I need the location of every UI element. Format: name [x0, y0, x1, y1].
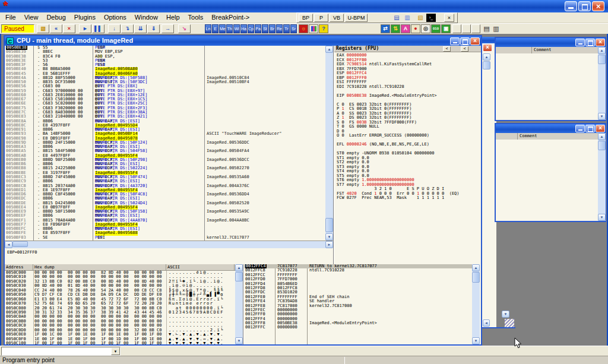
disasm-row[interactable]: 0050BF03.5EPOP ESIkernel32.7C817077	[5, 236, 325, 240]
background-window-close-button[interactable]	[483, 44, 492, 52]
menu-item-file[interactable]: File	[1, 12, 20, 23]
scroll-down-icon[interactable]	[598, 113, 606, 120]
scroll-down-icon[interactable]	[235, 337, 243, 344]
comment-window-top-titlebar[interactable]	[496, 38, 605, 47]
scroll-up-icon[interactable]	[235, 264, 243, 271]
scroll-down-icon[interactable]	[325, 233, 333, 240]
close-icon[interactable]	[596, 39, 605, 46]
record-button[interactable]: ●	[411, 24, 420, 33]
stack-row[interactable]: 0012FFFC00000000	[244, 325, 472, 330]
background-scroll-up[interactable]	[483, 53, 490, 61]
disasm-row[interactable]: 0050BEE9.8B0D 58F15000MOV ECX,DWORD PTR …	[5, 210, 325, 214]
notes-icon[interactable]: ▥	[403, 14, 412, 22]
register-line[interactable]: EIP 0050BE38 ImageRed.<ModuleEntryPoint>	[337, 94, 481, 99]
cpu-minimize-button[interactable]	[450, 37, 460, 45]
updown-button[interactable]: ⇅	[391, 24, 400, 33]
pane-button-cp[interactable]: Cp	[248, 24, 254, 33]
collapse-button[interactable]: <	[461, 46, 468, 52]
layout-list-icon[interactable]: ▤	[482, 25, 491, 33]
column-header-comment[interactable]: Comment	[518, 133, 598, 140]
pane-button-sr[interactable]: Sr	[290, 24, 297, 33]
scroll-thumb[interactable]	[235, 272, 243, 281]
open-file-button[interactable]: ▧	[37, 24, 49, 33]
layout-split-icon[interactable]: ▥	[492, 25, 501, 33]
pane-button-ln[interactable]: Ln	[205, 24, 211, 33]
disasm-row[interactable]: 0050BE3B.83C4 F0ADD ESP,-10	[5, 55, 325, 59]
registers-pane[interactable]: Registers (FPU) < < EAX 00000000ECX 0012…	[334, 46, 481, 264]
step-over-button[interactable]: ↴	[121, 24, 134, 33]
scroll-thumb[interactable]	[12, 241, 28, 247]
plugin-button-ubpm[interactable]: U-BPM	[345, 14, 368, 22]
plugin-button-p[interactable]: P	[314, 14, 328, 22]
pane-button-st[interactable]: St	[262, 24, 268, 33]
menu-item-options[interactable]: Options	[100, 12, 131, 23]
appearance-button[interactable]	[309, 24, 318, 33]
scroll-down-icon[interactable]	[598, 214, 606, 221]
plugin-button-bp[interactable]: BP	[299, 14, 313, 22]
disasm-row[interactable]: 0050BE8C.E8 4397F8FFCALL ImageRed.004955…	[5, 124, 325, 128]
step-into-button[interactable]: ↓	[108, 24, 121, 33]
console-icon[interactable]: ›_	[426, 14, 436, 22]
animate-into-button[interactable]: ⇊	[134, 24, 147, 33]
scroll-thumb[interactable]	[472, 272, 480, 283]
background-scroll-down[interactable]	[502, 311, 509, 318]
menu-item-window[interactable]: Window	[131, 12, 162, 23]
exec-till-return-button[interactable]: →	[162, 24, 174, 33]
scroll-up-icon[interactable]	[598, 47, 606, 54]
menu-item-debug[interactable]: Debug	[42, 12, 69, 23]
dump-vscrollbar[interactable]	[235, 264, 243, 344]
column-header-comment[interactable]: Comment	[532, 47, 598, 53]
restore-button[interactable]	[578, 1, 591, 11]
disasm-row[interactable]: 0050BED6.8B0D C8F45000MOV ECX,DWORD PTR …	[5, 192, 325, 197]
close-icon[interactable]	[596, 125, 605, 132]
scrollbar[interactable]	[598, 47, 606, 120]
info-pane[interactable]: EBP=0012FFF0	[5, 240, 333, 264]
command-combobox[interactable]	[1, 347, 121, 356]
disasm-row[interactable]: 0050BEFE.E8 8597F8FFCALL ImageRed.004956…	[5, 231, 325, 235]
pane-button-ha[interactable]: Ha	[240, 24, 247, 33]
pane-button-tr[interactable]: Tr	[283, 24, 290, 33]
scroll-right-icon[interactable]	[325, 241, 333, 248]
plugin-button-vb[interactable]: VB	[330, 14, 344, 22]
plugin-toolbar-close-button[interactable]: ×	[444, 14, 454, 22]
resize-grip[interactable]	[505, 319, 514, 327]
swap-button[interactable]: ⇄	[381, 24, 390, 33]
scroll-thumb[interactable]	[598, 141, 606, 150]
options-button[interactable]: ☼	[299, 24, 308, 33]
column-header[interactable]	[496, 47, 532, 53]
binary-button[interactable]: 010	[431, 24, 441, 33]
scroll-down-icon[interactable]	[472, 337, 480, 344]
menu-item-view[interactable]: View	[20, 12, 43, 23]
maximize-icon[interactable]	[585, 125, 595, 132]
spiral-button[interactable]: ◎	[421, 24, 430, 33]
close-program-button[interactable]: ×	[63, 24, 75, 33]
register-line[interactable]: FCW 027F Prec NEAR,53 Mask 1 1 1 1 1 1	[337, 196, 481, 201]
minimize-icon[interactable]	[575, 125, 585, 132]
disassembly-pane[interactable]: 0050BE38$55PUSH EBP0050BE39.8BECMOV EBP,…	[5, 46, 325, 240]
minimize-button[interactable]	[565, 1, 577, 11]
scroll-thumb[interactable]	[598, 55, 606, 64]
comment-window-middle-titlebar[interactable]	[496, 124, 605, 133]
cpu-maximize-button[interactable]	[460, 37, 470, 45]
collapse-button[interactable]: <	[443, 46, 451, 52]
disasm-row[interactable]: 0050BE3E.53PUSH EBX	[5, 59, 325, 63]
scroll-thumb[interactable]	[325, 218, 333, 232]
disasm-row[interactable]: 0050BEB0.8B0D 98F25000MOV ECX,DWORD PTR …	[5, 158, 325, 162]
pane-button-me[interactable]: Me	[219, 24, 226, 33]
column-header[interactable]	[496, 133, 518, 140]
animate-over-button[interactable]: ⇓	[147, 24, 160, 33]
goto-button[interactable]: ↘	[178, 24, 191, 33]
stack-pane[interactable]: 0012FFC47C817077RETURN to kernel32.7C817…	[244, 264, 472, 344]
hex-dump-pane[interactable]: AddressHex dumpASCII 0050C00000 00 00 00…	[5, 264, 235, 344]
dump-row[interactable]: 0050C1001F 00 1F 001F 00 1F 001F 00 1F 0…	[5, 341, 235, 344]
window-button[interactable]: ▣	[441, 24, 451, 33]
register-line[interactable]: EFL 00000246 (NO,NB,E,BE,NS,PE,GE,LE)	[337, 143, 481, 147]
pane-button-br[interactable]: Br	[269, 24, 276, 33]
pause-button[interactable]: ▌▌	[92, 24, 104, 33]
ascii-button[interactable]: A	[401, 24, 410, 33]
command-input[interactable]	[2, 348, 110, 354]
restart-button[interactable]: «	[50, 24, 62, 33]
cpu-close-button[interactable]	[470, 37, 480, 45]
help-button[interactable]: ?	[319, 24, 328, 33]
disasm-row[interactable]: 0050BE83.C683 21040000 00MOV BYTE PTR DS…	[5, 115, 325, 119]
